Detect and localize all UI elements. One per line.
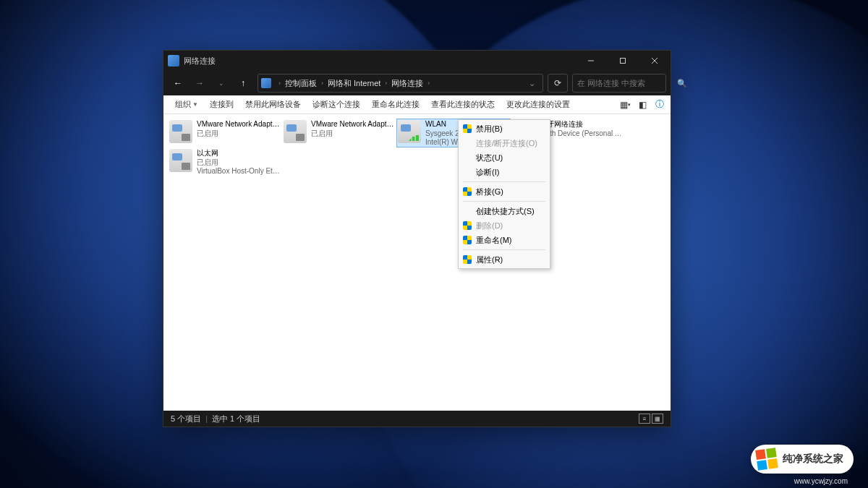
search-input[interactable]	[577, 79, 677, 87]
ctx-disable[interactable]: 禁用(B)	[459, 121, 550, 136]
view-options-icon[interactable]: ▦▾	[620, 100, 630, 110]
preview-pane-icon[interactable]: ◧	[637, 100, 647, 110]
organize-menu[interactable]: 组织▼	[169, 99, 204, 110]
watermark-url: www.ycwjzy.com	[794, 477, 848, 485]
shield-icon	[463, 207, 472, 215]
details-view-icon[interactable]: ≡	[639, 414, 650, 424]
ctx-connect[interactable]: 连接/断开连接(O)	[459, 136, 550, 150]
nav-bar: ← → ⌄ ↑ › 控制面板 › 网络和 Internet › 网络连接 › ⌄…	[163, 71, 671, 95]
watermark-text: 纯净系统之家	[783, 453, 843, 466]
ctx-separator	[463, 181, 545, 182]
ctx-properties[interactable]: 属性(R)	[459, 252, 550, 267]
ctx-delete[interactable]: 删除(D)	[459, 218, 550, 233]
item-count: 5 个项目	[171, 414, 201, 424]
status-bar: 5 个项目 | 选中 1 个项目 ≡ ▦	[163, 411, 671, 427]
recent-dropdown[interactable]: ⌄	[211, 74, 231, 93]
maximize-button[interactable]	[607, 51, 639, 71]
adapter-icon	[169, 120, 192, 143]
chevron-icon: ›	[385, 80, 387, 87]
up-button[interactable]: ↑	[233, 74, 253, 93]
close-button[interactable]	[639, 51, 671, 71]
ctx-separator	[463, 249, 545, 250]
breadcrumb-mid[interactable]: 网络和 Internet	[328, 78, 380, 89]
chevron-icon: ›	[321, 80, 323, 87]
breadcrumb-root[interactable]: 控制面板	[285, 78, 317, 89]
ctx-shortcut[interactable]: 创建快捷方式(S)	[459, 204, 550, 218]
rename-button[interactable]: 重命名此连接	[366, 99, 425, 110]
change-settings-button[interactable]: 更改此连接的设置	[501, 99, 576, 110]
address-bar[interactable]: › 控制面板 › 网络和 Internet › 网络连接 › ⌄	[258, 74, 543, 93]
window-title: 网络连接	[184, 56, 216, 67]
refresh-button[interactable]: ⟳	[548, 74, 568, 93]
connect-to-button[interactable]: 连接到	[204, 99, 239, 110]
svg-rect-1	[621, 59, 626, 64]
help-icon[interactable]: ⓘ	[655, 100, 665, 110]
shield-icon	[463, 221, 472, 230]
ctx-bridge[interactable]: 桥接(G)	[459, 184, 550, 199]
address-icon	[261, 78, 271, 88]
shield-icon	[463, 139, 472, 147]
wifi-adapter-icon	[398, 120, 421, 143]
chevron-icon: ›	[427, 80, 430, 87]
disable-device-button[interactable]: 禁用此网络设备	[239, 99, 307, 110]
watermark-logo-icon	[755, 448, 778, 471]
chevron-icon: ›	[278, 80, 281, 87]
shield-icon	[463, 124, 472, 133]
breadcrumb-leaf[interactable]: 网络连接	[391, 78, 423, 89]
search-icon[interactable]: 🔍	[677, 79, 687, 88]
items-grid: VMware Network Adapter VMnet1已启用 VMware …	[168, 119, 666, 176]
ctx-status[interactable]: 状态(U)	[459, 150, 550, 165]
minimize-button[interactable]	[575, 51, 607, 71]
network-connections-window: 网络连接 ← → ⌄ ↑ › 控制面板 › 网络和 Internet › 网络连…	[163, 50, 671, 427]
adapter-vmnet1[interactable]: VMware Network Adapter VMnet1已启用	[168, 119, 282, 147]
window-buttons	[575, 51, 671, 71]
command-toolbar: 组织▼ 连接到 禁用此网络设备 诊断这个连接 重命名此连接 查看此连接的状态 更…	[163, 95, 671, 114]
window-icon	[168, 55, 179, 67]
shield-icon	[463, 153, 472, 162]
adapter-vmnet8[interactable]: VMware Network Adapter VMnet8已启用	[282, 119, 396, 147]
back-button[interactable]: ←	[168, 74, 188, 93]
search-box[interactable]: 🔍	[572, 74, 666, 93]
view-status-button[interactable]: 查看此连接的状态	[425, 99, 501, 110]
context-menu: 禁用(B) 连接/断开连接(O) 状态(U) 诊断(I) 桥接(G) 创建快捷方…	[458, 119, 550, 269]
ctx-rename[interactable]: 重命名(M)	[459, 233, 550, 247]
shield-icon	[463, 236, 472, 244]
ctx-separator	[463, 201, 545, 202]
adapter-icon	[169, 149, 192, 172]
diagnose-button[interactable]: 诊断这个连接	[307, 99, 366, 110]
titlebar[interactable]: 网络连接	[163, 51, 671, 71]
ctx-diagnose[interactable]: 诊断(I)	[459, 165, 550, 179]
content-area[interactable]: VMware Network Adapter VMnet1已启用 VMware …	[163, 114, 671, 411]
watermark-badge: 纯净系统之家	[751, 445, 854, 474]
address-dropdown-icon[interactable]: ⌄	[524, 79, 540, 88]
adapter-icon	[284, 120, 307, 143]
forward-button[interactable]: →	[190, 74, 210, 93]
tiles-view-icon[interactable]: ▦	[652, 414, 663, 424]
shield-icon	[463, 187, 472, 196]
shield-icon	[463, 168, 472, 176]
shield-icon	[463, 255, 472, 264]
adapter-ethernet[interactable]: 以太网已启用VirtualBox Host-Only Ethernet ...	[168, 147, 282, 176]
selection-count: 选中 1 个项目	[212, 414, 260, 424]
